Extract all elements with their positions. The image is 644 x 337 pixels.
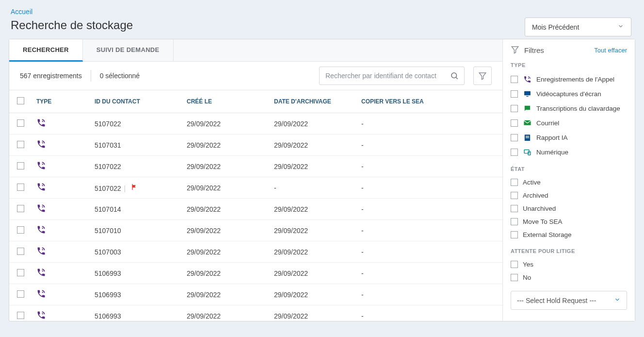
hold-request-dropdown[interactable]: --- Select Hold Request --- — [511, 291, 627, 310]
filter-type-item[interactable]: Vidéocaptures d'écran — [511, 86, 627, 101]
contact-id: 5106993 — [95, 291, 121, 299]
filter-state-item[interactable]: Unarchived — [511, 202, 627, 215]
period-label: Mois Précédent — [532, 23, 579, 31]
filter-checkbox[interactable] — [511, 274, 518, 281]
row-checkbox[interactable] — [17, 119, 24, 127]
filter-checkbox[interactable] — [511, 134, 518, 141]
col-contact[interactable]: ID DU CONTACT — [90, 90, 182, 113]
sea-value: - — [356, 135, 502, 156]
filter-label: Active — [523, 179, 541, 186]
filter-label: Yes — [523, 261, 533, 268]
filter-type-item[interactable]: Transcriptions du clavardage — [511, 101, 627, 116]
row-checkbox[interactable] — [17, 226, 24, 234]
filter-checkbox[interactable] — [511, 192, 518, 199]
digital-icon — [523, 148, 531, 156]
table-row[interactable]: 510699329/09/202229/09/2022- — [9, 263, 502, 284]
archive-date: 29/09/2022 — [269, 199, 356, 220]
divider — [91, 70, 91, 82]
col-type[interactable]: TYPE — [32, 90, 90, 113]
row-checkbox[interactable] — [17, 290, 24, 298]
filter-type-item[interactable]: Enregistrements de l'Appel — [511, 72, 627, 86]
svg-marker-3 — [512, 47, 518, 53]
results-table: TYPE ID DU CONTACT CRÉÉ LE DATE D'ARCHIV… — [9, 90, 502, 321]
sea-value: - — [356, 199, 502, 220]
chevron-down-icon — [614, 296, 621, 304]
row-checkbox[interactable] — [17, 141, 24, 148]
tab-1[interactable]: SUIVI DE DEMANDE — [83, 39, 174, 61]
call-icon — [36, 139, 46, 149]
table-row[interactable]: 510699329/09/202229/09/2022- — [9, 284, 502, 305]
row-checkbox[interactable] — [17, 312, 24, 319]
table-row[interactable]: 510701029/09/202229/09/2022- — [9, 220, 502, 241]
filter-type-item[interactable]: Rapport IA — [511, 130, 627, 145]
contact-id: 5107022 — [95, 185, 121, 192]
filter-hold-item[interactable]: No — [511, 271, 627, 284]
svg-rect-7 — [525, 135, 529, 136]
archive-date: 29/09/2022 — [269, 135, 356, 156]
filter-state-item[interactable]: External Storage — [511, 228, 627, 241]
table-row[interactable]: 510702229/09/202229/09/2022- — [9, 156, 502, 177]
table-row[interactable]: 510702229/09/202229/09/2022- — [9, 113, 502, 135]
filter-section-hold: ATTENTE POUR LITIGE — [511, 248, 627, 254]
created-date: 29/09/2022 — [182, 263, 269, 284]
col-archive[interactable]: DATE D'ARCHIVAGE — [269, 90, 356, 113]
tab-0[interactable]: RECHERCHER — [9, 39, 83, 62]
filter-checkbox[interactable] — [511, 90, 518, 98]
row-checkbox[interactable] — [17, 184, 24, 191]
filter-checkbox[interactable] — [511, 149, 518, 156]
contact-id: 5107022 — [95, 163, 121, 170]
filter-checkbox[interactable] — [511, 119, 518, 127]
filter-state-item[interactable]: Move To SEA — [511, 215, 627, 228]
row-checkbox[interactable] — [17, 205, 24, 212]
search-icon[interactable] — [445, 67, 464, 84]
filter-checkbox[interactable] — [511, 205, 518, 212]
table-row[interactable]: 510699329/09/202229/09/2022- — [9, 305, 502, 321]
table-row[interactable]: 510701429/09/202229/09/2022- — [9, 199, 502, 220]
search-box — [319, 67, 465, 85]
filter-toggle-button[interactable] — [473, 67, 492, 85]
filter-section-type: TYPE — [511, 62, 627, 68]
filter-checkbox[interactable] — [511, 76, 518, 83]
results-table-wrap[interactable]: TYPE ID DU CONTACT CRÉÉ LE DATE D'ARCHIV… — [9, 90, 502, 321]
filter-type-item[interactable]: Courriel — [511, 116, 627, 130]
call-icon — [36, 289, 46, 299]
contact-id: 5107010 — [95, 227, 121, 235]
created-date: 29/09/2022 — [182, 241, 269, 263]
clear-all-link[interactable]: Tout effacer — [594, 47, 627, 54]
filter-hold-item[interactable]: Yes — [511, 258, 627, 271]
table-row[interactable]: 510700329/09/202229/09/2022- — [9, 241, 502, 263]
col-sea[interactable]: COPIER VERS LE SEA — [356, 90, 502, 113]
filter-checkbox[interactable] — [511, 105, 518, 112]
row-checkbox[interactable] — [17, 248, 24, 255]
col-created[interactable]: CRÉÉ LE — [182, 90, 269, 113]
flag-icon — [130, 183, 138, 191]
tabs: RECHERCHERSUIVI DE DEMANDE — [9, 39, 502, 62]
table-row[interactable]: 510703129/09/202229/09/2022- — [9, 135, 502, 156]
created-date: 29/09/2022 — [182, 220, 269, 241]
table-row[interactable]: 5107022 |29/09/2022-- — [9, 177, 502, 199]
row-checkbox[interactable] — [17, 162, 24, 169]
select-all-checkbox[interactable] — [17, 97, 24, 104]
contact-id: 5107022 — [95, 120, 121, 128]
sea-value: - — [356, 305, 502, 321]
filters-title: Filtres — [524, 46, 544, 54]
hold-request-label: --- Select Hold Request --- — [517, 297, 596, 304]
svg-point-0 — [451, 73, 457, 78]
filter-checkbox[interactable] — [511, 179, 518, 186]
archive-date: 29/09/2022 — [269, 305, 356, 321]
filter-state-item[interactable]: Active — [511, 176, 627, 189]
filter-type-item[interactable]: Numérique — [511, 145, 627, 159]
filter-state-item[interactable]: Archived — [511, 189, 627, 202]
filter-checkbox[interactable] — [511, 261, 518, 268]
filter-checkbox[interactable] — [511, 218, 518, 225]
screen-icon — [523, 89, 531, 98]
period-dropdown[interactable]: Mois Précédent — [525, 17, 631, 36]
filter-checkbox[interactable] — [511, 231, 518, 238]
search-input[interactable] — [320, 72, 445, 80]
filter-label: Move To SEA — [523, 218, 563, 225]
filter-label: Transcriptions du clavardage — [536, 105, 620, 112]
records-count: 567 enregistrements — [20, 72, 82, 80]
svg-rect-5 — [526, 96, 528, 96]
breadcrumb-home[interactable]: Accueil — [11, 8, 32, 16]
row-checkbox[interactable] — [17, 269, 24, 276]
